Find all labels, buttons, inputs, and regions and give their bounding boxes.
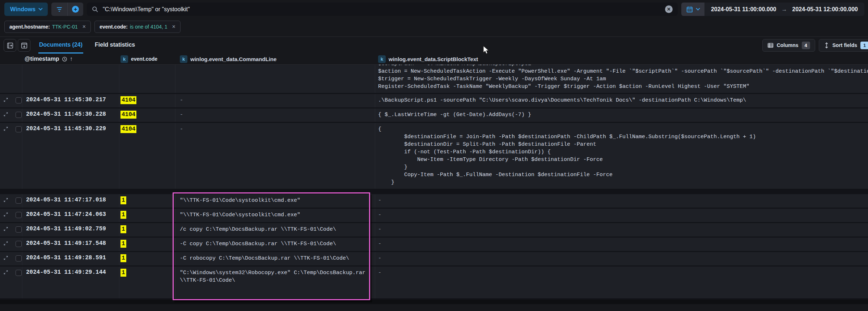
script-block-cell: -	[375, 209, 868, 222]
select-row-checkbox[interactable]	[16, 112, 22, 118]
script-block-text: -	[378, 269, 864, 277]
remove-filter-icon[interactable]: ×	[172, 24, 175, 30]
table-row: 2024-05-31 11:49:17.5481-C copy C:\Temp\…	[0, 238, 868, 251]
table-row: 2024-05-31 11:47:24.0631"\\TTK-FS-01\Cod…	[0, 209, 868, 222]
expand-document-button[interactable]	[3, 255, 13, 260]
script-block-text: -	[378, 255, 864, 262]
query-bar[interactable]: ✕	[87, 3, 678, 16]
result-tabs: Documents (24) Field statistics	[38, 37, 136, 54]
expand-row-icon	[3, 212, 8, 217]
select-row-checkbox[interactable]	[16, 212, 22, 218]
sort-up-down-icon	[824, 42, 829, 48]
timestamp-cell: 2024-05-31 11:49:02.759	[22, 223, 119, 237]
search-icon	[92, 6, 98, 13]
grid-header-row: @timestamp ↑ k event.code k winlog.event…	[0, 54, 868, 65]
filter-pill-event-code[interactable]: event.code: is one of 4104, 1 ×	[94, 21, 181, 33]
tab-field-statistics[interactable]: Field statistics	[94, 37, 136, 54]
expand-document-button[interactable]	[3, 112, 13, 117]
column-header-event-code[interactable]: k event.code	[119, 55, 175, 63]
command-line-cell: -C copy C:\Temp\DocsBackup.rar \\TTK-FS-…	[175, 238, 375, 251]
data-view-picker[interactable]: Windows	[4, 3, 48, 16]
grid-bottom-edge	[0, 300, 868, 304]
expand-document-button[interactable]	[3, 197, 13, 203]
timestamp-cell: 2024-05-31 11:45:30.229	[22, 123, 119, 189]
top-bar: Windows + ✕ 202	[0, 0, 868, 17]
row-controls	[0, 123, 22, 189]
event-code-cell: 1	[119, 223, 175, 237]
expand-row-icon	[3, 270, 8, 275]
select-row-checkbox[interactable]	[16, 197, 22, 204]
expand-row-icon	[3, 97, 8, 102]
tab-documents[interactable]: Documents (24)	[38, 37, 83, 54]
table-row: 2024-05-31 11:45:30.2284104-{ $_.LastWri…	[0, 108, 868, 122]
timestamp-cell	[22, 65, 119, 93]
remove-filter-icon[interactable]: ×	[82, 24, 86, 30]
event-code-cell: 1	[119, 194, 175, 208]
select-row-checkbox[interactable]	[16, 97, 22, 103]
keyword-field-icon: k	[378, 55, 386, 63]
expand-document-button[interactable]	[3, 270, 13, 275]
event-code-cell: 4104	[119, 108, 175, 122]
script-block-header-label: winlog.event_data.ScriptBlockText	[389, 55, 478, 63]
expand-row-icon	[3, 241, 8, 246]
select-row-checkbox[interactable]	[16, 270, 22, 276]
search-input[interactable]	[103, 6, 661, 13]
column-header-timestamp[interactable]: @timestamp ↑	[22, 56, 119, 62]
event-code-highlight: 1	[120, 196, 126, 204]
sort-fields-button[interactable]: Sort fields 1	[819, 39, 868, 52]
columns-count-badge: 4	[802, 42, 810, 49]
select-row-checkbox[interactable]	[16, 241, 22, 247]
expand-document-button[interactable]	[3, 241, 13, 246]
timestamp-cell: 2024-05-31 11:49:17.548	[22, 238, 119, 251]
time-range-start[interactable]: 2024-05-31 11:00:00.000	[711, 6, 776, 13]
filter-value: is one of 4104, 1	[130, 24, 168, 30]
script-block-text: -	[378, 240, 864, 248]
script-block-cell: -	[375, 252, 868, 265]
calendar-icon	[686, 6, 693, 13]
select-row-checkbox[interactable]	[16, 126, 22, 132]
row-controls	[0, 223, 22, 237]
script-block-text: { $_.LastWriteTime -gt (Get-Date).AddDay…	[378, 111, 864, 119]
table-row: $scriptPath = "C:\Windows\Temp\BackupScr…	[0, 65, 868, 93]
select-row-checkbox[interactable]	[16, 226, 22, 233]
script-block-text: -	[378, 197, 864, 204]
event-code-cell	[119, 65, 175, 93]
select-row-checkbox[interactable]	[16, 255, 22, 261]
clock-icon	[62, 56, 67, 62]
add-filter-button[interactable]: +	[67, 3, 83, 16]
documents-grid: @timestamp ↑ k event.code k winlog.event…	[0, 54, 868, 304]
event-code-cell: 1	[119, 209, 175, 222]
expand-document-button[interactable]	[3, 126, 13, 131]
script-block-cell: -	[375, 194, 868, 208]
expand-document-button[interactable]	[3, 226, 13, 231]
row-controls	[0, 267, 22, 298]
discover-app: { "app": { "data_view_label": "Windows",…	[0, 0, 868, 311]
panel-collapse-down-icon	[21, 42, 27, 49]
expand-document-button[interactable]	[3, 212, 13, 217]
expand-row-icon	[3, 226, 8, 231]
columns-button[interactable]: Columns 4	[762, 39, 815, 52]
column-header-script-block[interactable]: k winlog.event_data.ScriptBlockText	[375, 55, 868, 63]
expand-document-button[interactable]	[3, 97, 13, 102]
row-controls	[0, 65, 22, 93]
expand-row-icon	[3, 112, 8, 117]
filter-pill-agent-hostname[interactable]: agent.hostname: TTK-PC-01 ×	[4, 21, 91, 33]
event-code-cell: 4104	[119, 94, 175, 107]
script-block-text: { $destinationFile = Join-Path -Path $de…	[378, 125, 864, 186]
timestamp-header-label: @timestamp	[25, 56, 59, 62]
column-header-command-line[interactable]: k winlog.event_data.CommandLine	[175, 55, 375, 63]
date-quick-select-button[interactable]	[681, 3, 704, 16]
filter-bar: agent.hostname: TTK-PC-01 × event.code: …	[0, 17, 868, 37]
table-row: 2024-05-31 11:47:17.0181"\\TTK-FS-01\Cod…	[0, 194, 868, 208]
event-code-highlight: 4104	[120, 125, 136, 133]
script-block-cell: $scriptPath = "C:\Windows\Temp\BackupScr…	[375, 65, 868, 93]
clear-query-button[interactable]: ✕	[665, 5, 673, 13]
event-code-highlight: 1	[120, 225, 126, 233]
filter-menu-button[interactable]	[51, 3, 67, 16]
sort-ascending-icon[interactable]: ↑	[70, 56, 73, 62]
event-code-cell: 1	[119, 252, 175, 265]
time-range-end[interactable]: 2024-05-31 12:00:00.000	[792, 6, 858, 13]
command-line-cell	[175, 65, 375, 93]
toggle-sidebar-button[interactable]	[4, 39, 16, 52]
toggle-chart-panel-button[interactable]	[18, 39, 30, 52]
